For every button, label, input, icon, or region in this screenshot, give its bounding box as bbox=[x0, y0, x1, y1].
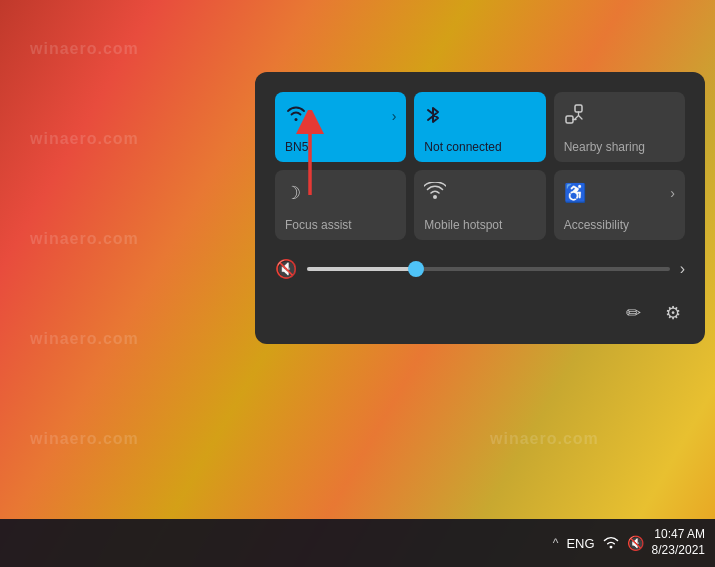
quick-settings-panel: › BN5 Not connected bbox=[255, 72, 705, 344]
volume-muted-icon[interactable]: 🔇 bbox=[275, 258, 297, 280]
svg-point-5 bbox=[609, 545, 612, 548]
bluetooth-tile[interactable]: Not connected bbox=[414, 92, 545, 162]
taskbar: ^ ENG 🔇 10:47 AM 8/23/2021 bbox=[0, 519, 715, 567]
volume-slider-fill bbox=[307, 267, 416, 271]
volume-slider-thumb[interactable] bbox=[408, 261, 424, 277]
volume-slider-track bbox=[307, 267, 670, 271]
focus-tile-icon-row: ☽ bbox=[285, 182, 396, 204]
taskbar-clock[interactable]: 10:47 AM 8/23/2021 bbox=[652, 527, 705, 558]
taskbar-volume-muted-icon[interactable]: 🔇 bbox=[627, 535, 644, 551]
hotspot-tile-icon-row bbox=[424, 182, 535, 205]
svg-rect-0 bbox=[566, 116, 573, 123]
focus-tile-label: Focus assist bbox=[285, 218, 352, 232]
mobile-hotspot-tile[interactable]: Mobile hotspot bbox=[414, 170, 545, 240]
accessibility-tile-label: Accessibility bbox=[564, 218, 629, 232]
volume-chevron-icon[interactable]: › bbox=[680, 260, 685, 278]
focus-icon: ☽ bbox=[285, 182, 301, 204]
wifi-tile-arrow: › bbox=[392, 108, 397, 124]
bluetooth-tile-label: Not connected bbox=[424, 140, 501, 154]
language-indicator[interactable]: ENG bbox=[566, 536, 594, 551]
taskbar-wifi-icon[interactable] bbox=[603, 535, 619, 552]
volume-row: 🔇 › bbox=[275, 248, 685, 294]
accessibility-tile-icon-row: ♿ › bbox=[564, 182, 675, 204]
svg-point-2 bbox=[433, 195, 437, 199]
svg-rect-1 bbox=[575, 105, 582, 112]
wifi-tile[interactable]: › BN5 bbox=[275, 92, 406, 162]
focus-assist-tile[interactable]: ☽ Focus assist bbox=[275, 170, 406, 240]
nearby-tile-icon-row bbox=[564, 104, 675, 129]
tiles-grid: › BN5 Not connected bbox=[275, 92, 685, 240]
bluetooth-icon bbox=[424, 104, 442, 131]
hotspot-tile-label: Mobile hotspot bbox=[424, 218, 502, 232]
system-tray-chevron[interactable]: ^ bbox=[553, 536, 559, 550]
all-settings-icon[interactable]: ⚙ bbox=[661, 298, 685, 328]
accessibility-tile-arrow: › bbox=[670, 185, 675, 201]
bluetooth-tile-icon-row bbox=[424, 104, 535, 131]
taskbar-time-text: 10:47 AM bbox=[654, 527, 705, 543]
taskbar-date-text: 8/23/2021 bbox=[652, 543, 705, 559]
nearby-icon bbox=[564, 104, 584, 129]
accessibility-tile[interactable]: ♿ › Accessibility bbox=[554, 170, 685, 240]
accessibility-icon: ♿ bbox=[564, 182, 586, 204]
nearby-tile-label: Nearby sharing bbox=[564, 140, 645, 154]
hotspot-icon bbox=[424, 182, 446, 205]
volume-slider-container bbox=[307, 267, 670, 271]
bottom-row: ✏ ⚙ bbox=[275, 294, 685, 328]
wifi-icon bbox=[285, 104, 307, 127]
wifi-tile-label: BN5 bbox=[285, 140, 308, 154]
nearby-tile[interactable]: Nearby sharing bbox=[554, 92, 685, 162]
wifi-tile-icon-row: › bbox=[285, 104, 396, 127]
edit-quick-settings-icon[interactable]: ✏ bbox=[622, 298, 645, 328]
